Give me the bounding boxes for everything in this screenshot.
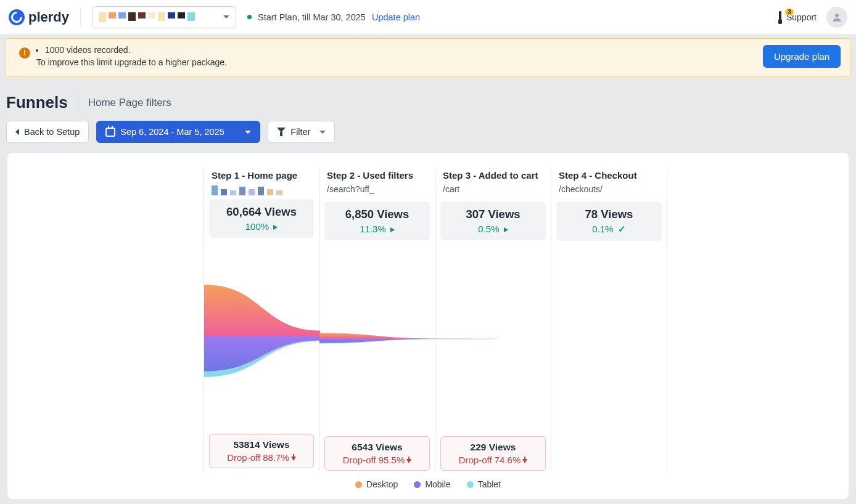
step-percent: 0.5% (443, 224, 543, 234)
step-title: Step 3 - Added to cart (443, 170, 543, 181)
alert-videos-line: 1000 videos recorded. (45, 45, 227, 55)
step-metric: 6,850 Views 11.3% (324, 201, 430, 240)
legend-tablet: Tablet (467, 479, 501, 489)
step-metric: 60,664 Views 100% (209, 199, 314, 238)
date-range-label: Sep 6, 2024 - Mar 5, 2025 (120, 127, 224, 137)
step-url-bars (212, 184, 311, 195)
check-icon: ✓ (618, 224, 626, 234)
step-percent: 11.3% (327, 224, 427, 234)
step-chart (551, 247, 667, 432)
arrow-down-icon (291, 457, 296, 461)
step-title: Step 4 - Checkout (559, 170, 659, 181)
brand-logo[interactable]: plerdy (9, 9, 69, 25)
support-badge: 3 (785, 9, 794, 15)
drop-off-box: 229 Views Drop-off 74.6% (440, 436, 546, 471)
legend-mobile: Mobile (414, 479, 450, 489)
drop-pct: Drop-off 88.7% (212, 452, 311, 463)
step-chart (319, 246, 435, 431)
support-button[interactable]: 3 Support (779, 12, 817, 22)
step-views: 78 Views (559, 208, 659, 221)
back-label: Back to Setup (24, 127, 80, 137)
drop-views: 229 Views (443, 442, 543, 453)
drop-off-box: 6543 Views Drop-off 95.5% (324, 436, 430, 471)
step-percent: 100% (212, 221, 311, 232)
step-metric: 307 Views 0.5% (440, 201, 546, 240)
step-chart (435, 246, 551, 431)
filter-icon (277, 128, 286, 136)
step-url: /search?uff_ (327, 184, 427, 197)
person-icon (831, 12, 842, 23)
funnel-step: Step 2 - Used filters /search?uff_ 6,850… (319, 170, 435, 471)
status-dot-icon (247, 15, 252, 19)
alert-improve-line: To improve this limit upgrade to a highe… (36, 57, 227, 67)
step-views: 307 Views (443, 208, 543, 221)
limit-alert: ! 1000 videos recorded. To improve this … (5, 38, 851, 77)
chart-legend: Desktop Mobile Tablet (21, 471, 835, 490)
logo-mark-icon (9, 9, 25, 25)
plan-text: Start Plan, till Mar 30, 2025 (258, 12, 366, 22)
funnel-step: Step 3 - Added to cart /cart 307 Views 0… (435, 170, 551, 471)
step-percent: 0.1% ✓ (559, 224, 659, 235)
arrow-right-icon (390, 227, 395, 232)
drop-pct: Drop-off 74.6% (443, 455, 543, 465)
svg-point-0 (835, 14, 839, 17)
arrow-right-icon (504, 227, 508, 232)
drop-off-box: 53814 Views Drop-off 88.7% (209, 434, 314, 468)
funnel-step: Step 4 - Checkout /checkouts/ 78 Views 0… (551, 170, 667, 471)
user-avatar[interactable] (826, 7, 847, 28)
site-selector[interactable] (92, 6, 236, 28)
step-metric: 78 Views 0.1% ✓ (556, 201, 662, 241)
update-plan-link[interactable]: Update plan (372, 12, 420, 22)
header-divider (80, 8, 81, 26)
calendar-icon (105, 128, 115, 137)
filter-label: Filter (290, 127, 310, 137)
chevron-down-icon (319, 131, 326, 134)
step-chart (204, 244, 319, 429)
page-title: Funnels (6, 93, 68, 112)
funnel-step: Step 1 - Home page 60,664 Views 100% 538 (204, 170, 319, 471)
warning-icon: ! (19, 47, 30, 59)
funnel-panel: Step 1 - Home page 60,664 Views 100% 538 (7, 153, 849, 499)
legend-desktop: Desktop (355, 479, 398, 489)
headset-icon (779, 11, 781, 22)
filter-button[interactable]: Filter (268, 121, 334, 143)
app-header: plerdy Start Plan, till Mar 30, 2025 Upd… (0, 0, 856, 35)
arrow-right-icon (273, 225, 278, 230)
drop-views: 53814 Views (212, 439, 311, 450)
step-views: 60,664 Views (212, 205, 311, 219)
page-subtitle: Home Page filters (88, 97, 171, 109)
chevron-down-icon (223, 15, 229, 18)
date-range-button[interactable]: Sep 6, 2024 - Mar 5, 2025 (96, 121, 260, 143)
step-title: Step 2 - Used filters (327, 170, 427, 181)
drop-pct: Drop-off 95.5% (327, 455, 427, 465)
step-views: 6,850 Views (327, 208, 427, 221)
title-divider (78, 95, 78, 111)
brand-name: plerdy (28, 9, 69, 25)
chevron-down-icon (245, 131, 251, 134)
arrow-down-icon (406, 459, 411, 463)
drop-views: 6543 Views (327, 442, 427, 453)
site-thumbnails (99, 12, 195, 22)
arrow-down-icon (522, 459, 527, 463)
upgrade-plan-button[interactable]: Upgrade plan (763, 45, 841, 68)
back-to-setup-button[interactable]: Back to Setup (6, 121, 89, 143)
step-url: /cart (443, 184, 543, 197)
plan-info: Start Plan, till Mar 30, 2025 Update pla… (247, 12, 420, 22)
step-title: Step 1 - Home page (212, 170, 311, 181)
chevron-left-icon (15, 129, 19, 135)
step-url: /checkouts/ (559, 184, 659, 197)
